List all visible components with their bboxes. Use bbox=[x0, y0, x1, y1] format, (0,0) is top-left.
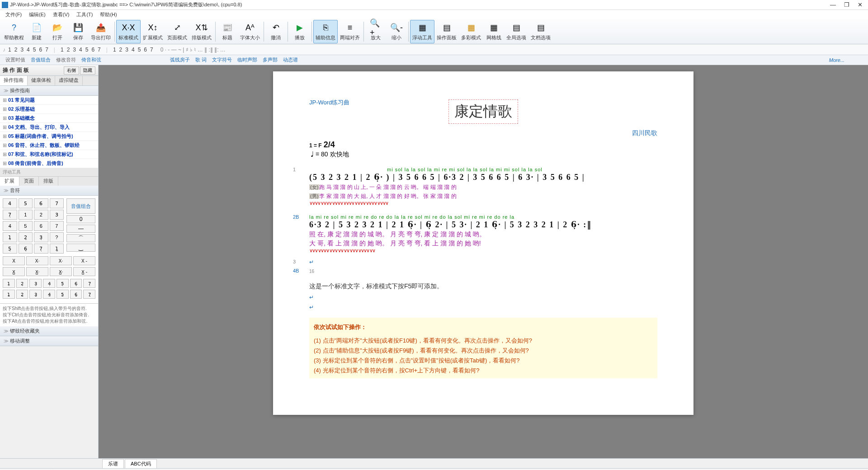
opt-grace-chord[interactable]: 倚音和弦 bbox=[79, 56, 104, 63]
toolbar-扩展模式[interactable]: X↕扩展模式 bbox=[141, 20, 165, 43]
opt-note-group[interactable]: 音值组合 bbox=[28, 56, 53, 63]
section-move[interactable]: 移动调整 bbox=[0, 336, 98, 346]
nx2[interactable]: X· bbox=[26, 256, 48, 265]
guide-item[interactable]: 02 乐理基础 bbox=[0, 105, 98, 114]
opt-arc[interactable]: 弧线房子 bbox=[167, 56, 193, 63]
panel-right-button[interactable]: 右侧 bbox=[64, 66, 79, 75]
toolbar-播放[interactable]: ▶播放 bbox=[289, 20, 310, 43]
notes-1[interactable]: (5 3 2 3 2 1 | 2 6̣· ) | 3 5 6 6 5 | 6·3… bbox=[309, 172, 657, 182]
nd7[interactable]: 7̤ bbox=[83, 290, 95, 299]
text-note[interactable]: 这是一个标准文字，标准模式下按F5即可添加。 bbox=[309, 282, 657, 291]
section-guide[interactable]: 操作指南 bbox=[0, 86, 98, 96]
note-7l[interactable]: 7̣ bbox=[34, 244, 48, 254]
num-button[interactable]: 5 bbox=[32, 47, 37, 53]
nx6[interactable]: X̲· bbox=[26, 267, 48, 276]
num-button[interactable]: 1 bbox=[7, 47, 12, 53]
nd4[interactable]: 4̤ bbox=[43, 290, 55, 299]
guide-item[interactable]: 05 标题(词曲作者、调号拍号) bbox=[0, 132, 98, 141]
nu6[interactable]: 6̣ bbox=[70, 279, 82, 288]
num-button[interactable]: 7 bbox=[97, 47, 102, 53]
opt-temp-voice[interactable]: 临时声部 bbox=[235, 56, 260, 63]
num-button[interactable]: 4 bbox=[26, 47, 31, 53]
num-button[interactable]: 1 bbox=[60, 47, 65, 53]
toolbar-标题[interactable]: 📰标题 bbox=[217, 20, 238, 43]
tab-score[interactable]: 乐谱 bbox=[102, 459, 124, 468]
menu-item[interactable]: 文件(F) bbox=[3, 11, 24, 18]
nx5[interactable]: X̲ bbox=[3, 267, 25, 276]
toolbar-新建[interactable]: 📄新建 bbox=[26, 20, 47, 43]
doc-title[interactable]: 康定情歌 bbox=[448, 99, 518, 124]
notes-2[interactable]: 6·3 2 | 5 3 2 3 2 1 | 2 1 6̣· | 6̣ 2· | … bbox=[309, 220, 657, 230]
toolbar-帮助教程[interactable]: ?帮助教程 bbox=[2, 20, 26, 43]
guide-item[interactable]: 03 基础概念 bbox=[0, 114, 98, 123]
nx3[interactable]: X· bbox=[50, 256, 72, 265]
toolbar-放大[interactable]: 🔍+放大 bbox=[365, 20, 386, 43]
nu3[interactable]: 3̣ bbox=[29, 279, 42, 288]
toolbar-字体大小[interactable]: Aᴬ字体大小 bbox=[238, 20, 262, 43]
minimize-button[interactable]: — bbox=[830, 1, 836, 8]
nx8[interactable]: X̲ - bbox=[73, 267, 95, 276]
guide-item[interactable]: 07 和弦、和弦名称(和弦标记) bbox=[0, 150, 98, 159]
note-7[interactable]: 7 bbox=[50, 221, 64, 231]
note-5d[interactable]: 5̇ bbox=[19, 198, 33, 208]
num-button[interactable]: 2 bbox=[14, 47, 19, 53]
guide-item[interactable]: 06 音符、休止符、散板、锣鼓经 bbox=[0, 141, 98, 150]
num-button[interactable]: 3 bbox=[124, 47, 129, 53]
toolbar-排版模式[interactable]: X⇅排版模式 bbox=[189, 20, 214, 43]
note-4d[interactable]: 4̇ bbox=[3, 198, 17, 208]
note-1[interactable]: 1 bbox=[19, 210, 33, 220]
note-7d[interactable]: 7̇ bbox=[50, 198, 64, 208]
note-4[interactable]: 4 bbox=[3, 221, 17, 231]
nu7[interactable]: 7̣ bbox=[83, 279, 95, 288]
toolbar-导出打印[interactable]: 📤导出打印 bbox=[89, 20, 113, 43]
note-1l[interactable]: 1̣ bbox=[3, 232, 17, 242]
num-button[interactable]: 6 bbox=[38, 47, 43, 53]
toolbar-保存[interactable]: 💾保存 bbox=[68, 20, 89, 43]
num-button[interactable]: 2 bbox=[66, 47, 71, 53]
num-button[interactable]: 5 bbox=[85, 47, 90, 53]
note-slur[interactable]: ‿ bbox=[66, 244, 95, 252]
num-button[interactable]: 3 bbox=[19, 47, 24, 53]
opt-dynamic[interactable]: 动态谱 bbox=[280, 56, 301, 63]
note-group-button[interactable]: 音值组合 bbox=[66, 198, 95, 214]
nd2[interactable]: 2̤ bbox=[16, 290, 28, 299]
modetab-page[interactable]: 页面 bbox=[19, 177, 39, 186]
opt-modify-note[interactable]: 修改音符 bbox=[53, 56, 79, 63]
tab-abc[interactable]: ABC代码 bbox=[125, 459, 157, 468]
maximize-button[interactable]: ❐ bbox=[844, 1, 849, 8]
nx1[interactable]: X bbox=[3, 256, 25, 265]
num-button[interactable]: 4 bbox=[131, 47, 136, 53]
section-notes[interactable]: 音符 bbox=[0, 186, 98, 196]
note-6[interactable]: 6 bbox=[34, 221, 48, 231]
toolbar-操作面板[interactable]: ▤操作面板 bbox=[434, 20, 459, 43]
note-dash[interactable]: — bbox=[66, 225, 95, 233]
toolbar-网格线[interactable]: ▦网格线 bbox=[483, 20, 504, 43]
num-button[interactable]: 6 bbox=[143, 47, 148, 53]
guide-item[interactable]: 01 常见问题 bbox=[0, 96, 98, 105]
nd1[interactable]: 1̤ bbox=[3, 290, 15, 299]
nu4[interactable]: 4̣ bbox=[43, 279, 55, 288]
toolbar-撤消[interactable]: ↶撤消 bbox=[265, 20, 286, 43]
num-button[interactable]: 3 bbox=[72, 47, 77, 53]
modetab-extend[interactable]: 扩展 bbox=[0, 177, 19, 186]
menu-item[interactable]: 帮助(H) bbox=[97, 11, 119, 18]
note-3d[interactable]: 3̇ bbox=[50, 210, 64, 220]
close-button[interactable]: ✕ bbox=[858, 1, 863, 8]
note-3l[interactable]: 3̣ bbox=[34, 232, 48, 242]
note-5l[interactable]: 5̣ bbox=[3, 244, 17, 254]
tab-keyboard[interactable]: 虚拟键盘 bbox=[55, 76, 83, 85]
toolbar-页面模式[interactable]: ⤢页面模式 bbox=[165, 20, 189, 43]
toolbar-多彩模式[interactable]: ▦多彩模式 bbox=[459, 20, 483, 43]
note-tie[interactable]: ⌒ bbox=[66, 234, 95, 242]
toolbar-全局选项[interactable]: ▤全局选项 bbox=[504, 20, 528, 43]
nx4[interactable]: X - bbox=[73, 256, 95, 265]
modetab-layout[interactable]: 排版 bbox=[39, 177, 58, 186]
canvas-area[interactable]: JP-Word练习曲 康定情歌 四川民歌 1 = F 2/4 ♩= 80 欢快地… bbox=[99, 65, 868, 458]
opt-lyric[interactable]: 歌 词 bbox=[193, 56, 209, 63]
tab-guide[interactable]: 操作指南 bbox=[0, 76, 28, 85]
note-2[interactable]: 2 bbox=[34, 210, 48, 220]
num-button[interactable]: 6 bbox=[90, 47, 95, 53]
panel-hide-button[interactable]: 隐藏 bbox=[80, 66, 95, 75]
nu5[interactable]: 5̣ bbox=[57, 279, 69, 288]
note-6d[interactable]: 6̇ bbox=[34, 198, 48, 208]
